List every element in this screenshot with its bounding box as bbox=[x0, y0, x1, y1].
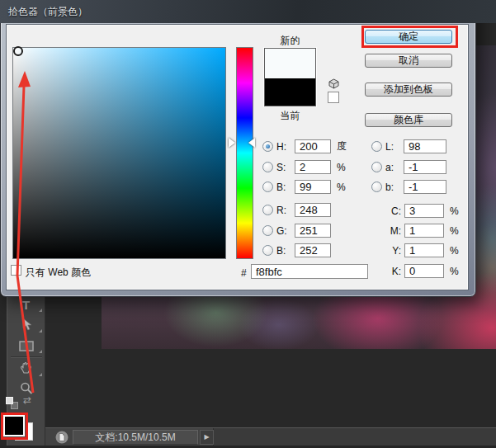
web-gamut-cube-icon[interactable] bbox=[328, 78, 339, 89]
r-input[interactable] bbox=[295, 203, 331, 217]
lab-b-label: b: bbox=[385, 182, 404, 193]
c-label: C: bbox=[381, 205, 401, 217]
web-colors-only-checkbox[interactable] bbox=[11, 265, 21, 276]
saturation-brightness-field[interactable] bbox=[12, 47, 226, 259]
h-input[interactable] bbox=[295, 139, 331, 153]
k-label: K: bbox=[381, 266, 401, 277]
a-input[interactable] bbox=[404, 160, 446, 174]
field-row-g: G: bbox=[262, 224, 331, 238]
hue-marker-right-icon[interactable] bbox=[248, 138, 255, 148]
h-label: H: bbox=[276, 141, 295, 153]
field-row-lab-b: b: bbox=[371, 180, 446, 194]
foreground-swatch-highlight-annotation bbox=[1, 413, 28, 440]
field-row-s: S: % bbox=[262, 160, 346, 174]
g-radio[interactable] bbox=[262, 225, 273, 236]
new-color-swatch bbox=[265, 49, 315, 78]
g-input[interactable] bbox=[295, 224, 331, 238]
k-input[interactable] bbox=[404, 264, 444, 278]
field-row-b2: B: bbox=[262, 243, 331, 257]
hex-input[interactable] bbox=[251, 264, 368, 279]
b2-label: B: bbox=[276, 245, 295, 257]
color-field-marker[interactable] bbox=[13, 46, 23, 56]
lab-b-input[interactable] bbox=[404, 180, 446, 194]
m-unit: % bbox=[450, 225, 459, 237]
y-unit: % bbox=[450, 245, 459, 257]
m-input[interactable] bbox=[404, 224, 444, 238]
field-row-k: K: % bbox=[381, 264, 459, 278]
color-libraries-button[interactable]: 颜色库 bbox=[365, 113, 452, 127]
add-to-swatches-button[interactable]: 添加到色板 bbox=[365, 83, 452, 97]
a-radio[interactable] bbox=[371, 162, 382, 172]
b-unit: % bbox=[337, 182, 346, 193]
y-label: Y: bbox=[381, 245, 401, 257]
field-row-b: B: % bbox=[262, 180, 346, 194]
hue-marker-left-icon[interactable] bbox=[229, 138, 235, 148]
s-label: S: bbox=[276, 162, 295, 173]
new-color-label: 新的 bbox=[264, 34, 316, 48]
web-safe-color-swatch[interactable] bbox=[328, 92, 339, 103]
h-unit: 度 bbox=[337, 139, 347, 153]
dialog-content: 新的 当前 H: 度 S: % B: % bbox=[0, 0, 496, 448]
field-row-r: R: bbox=[262, 203, 331, 217]
l-label: L: bbox=[385, 141, 404, 153]
g-label: G: bbox=[276, 225, 295, 237]
b-label: B: bbox=[276, 182, 295, 193]
color-compare-swatch bbox=[264, 48, 316, 106]
r-radio[interactable] bbox=[262, 205, 273, 215]
r-label: R: bbox=[276, 205, 295, 216]
web-colors-only-label: 只有 Web 颜色 bbox=[26, 266, 91, 280]
s-unit: % bbox=[337, 162, 346, 173]
b2-radio[interactable] bbox=[262, 245, 273, 256]
l-input[interactable] bbox=[404, 139, 446, 153]
field-row-l: L: bbox=[371, 139, 446, 153]
cancel-button[interactable]: 取消 bbox=[365, 54, 452, 68]
l-radio[interactable] bbox=[371, 141, 382, 152]
b-input[interactable] bbox=[295, 180, 331, 194]
b2-input[interactable] bbox=[295, 243, 331, 257]
current-color-label: 当前 bbox=[264, 109, 316, 123]
c-unit: % bbox=[450, 205, 459, 217]
field-row-a: a: bbox=[371, 160, 446, 174]
field-row-h: H: 度 bbox=[262, 139, 347, 153]
field-row-c: C: % bbox=[381, 204, 459, 218]
y-input[interactable] bbox=[404, 243, 444, 257]
b-radio[interactable] bbox=[262, 182, 273, 192]
photoshop-screen: T bbox=[0, 0, 496, 448]
current-color-swatch bbox=[265, 78, 315, 106]
k-unit: % bbox=[450, 266, 459, 277]
m-label: M: bbox=[381, 225, 401, 237]
s-radio[interactable] bbox=[262, 162, 273, 172]
field-row-y: Y: % bbox=[381, 243, 459, 257]
s-input[interactable] bbox=[295, 160, 331, 174]
lab-b-radio[interactable] bbox=[371, 182, 382, 192]
a-label: a: bbox=[385, 162, 404, 173]
field-row-m: M: % bbox=[381, 224, 459, 238]
ok-button-highlight-annotation bbox=[361, 26, 458, 48]
hex-hash-label: # bbox=[241, 267, 247, 279]
h-radio[interactable] bbox=[262, 141, 273, 152]
hue-slider[interactable] bbox=[236, 47, 253, 259]
c-input[interactable] bbox=[404, 204, 444, 218]
